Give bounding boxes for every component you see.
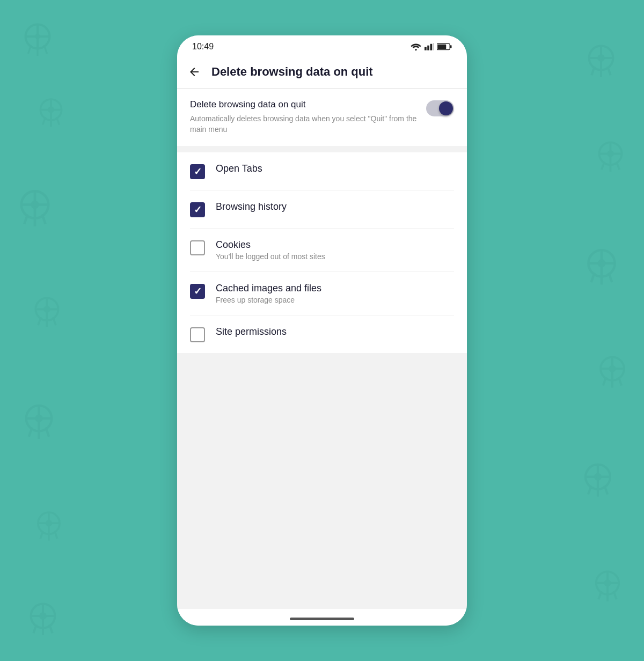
svg-line-53 bbox=[591, 67, 595, 75]
browsing-history-item[interactable]: ✓ Browsing history bbox=[190, 190, 454, 229]
cached-images-title: Cached images and files bbox=[216, 283, 454, 294]
home-indicator bbox=[290, 618, 354, 620]
site-permissions-item[interactable]: Site permissions bbox=[190, 315, 454, 353]
cached-images-checkbox[interactable]: ✓ bbox=[190, 284, 205, 299]
delete-on-quit-toggle[interactable] bbox=[426, 100, 454, 116]
browsing-history-checkmark: ✓ bbox=[194, 205, 202, 215]
svg-rect-93 bbox=[430, 44, 433, 50]
svg-line-62 bbox=[617, 161, 619, 170]
svg-line-18 bbox=[24, 215, 27, 224]
open-tabs-checkbox[interactable]: ✓ bbox=[190, 164, 205, 179]
cached-images-item[interactable]: ✓ Cached images and files Frees up stora… bbox=[190, 272, 454, 315]
browsing-history-label: Browsing history bbox=[216, 201, 454, 214]
bottom-bar bbox=[177, 609, 467, 626]
svg-point-87 bbox=[605, 581, 610, 585]
site-permissions-title: Site permissions bbox=[216, 326, 454, 337]
svg-point-38 bbox=[47, 521, 52, 526]
svg-line-13 bbox=[57, 117, 60, 125]
svg-point-59 bbox=[608, 151, 613, 156]
signal-icon bbox=[425, 42, 434, 51]
content-area: Delete browsing data on quit Automatical… bbox=[177, 89, 467, 609]
status-time: 10:49 bbox=[192, 42, 214, 52]
svg-point-45 bbox=[40, 613, 46, 619]
open-tabs-title: Open Tabs bbox=[216, 163, 454, 174]
svg-line-76 bbox=[619, 377, 621, 386]
svg-line-55 bbox=[608, 67, 611, 75]
browsing-history-title: Browsing history bbox=[216, 201, 454, 212]
svg-line-11 bbox=[43, 117, 46, 125]
page-title: Delete browsing data on quit bbox=[211, 65, 456, 79]
toggle-text-container: Delete browsing data on quit Automatical… bbox=[190, 99, 418, 135]
svg-point-80 bbox=[595, 474, 601, 480]
back-arrow-icon bbox=[188, 65, 201, 78]
svg-point-73 bbox=[610, 366, 614, 371]
toggle-description: Automatically deletes browsing data when… bbox=[190, 113, 418, 135]
svg-point-10 bbox=[49, 107, 53, 112]
svg-line-83 bbox=[604, 486, 608, 494]
site-permissions-label: Site permissions bbox=[216, 326, 454, 339]
svg-line-20 bbox=[42, 215, 46, 224]
svg-rect-92 bbox=[427, 46, 429, 50]
site-permissions-checkbox[interactable] bbox=[190, 327, 205, 342]
cookies-item[interactable]: Cookies You'll be logged out of most sit… bbox=[190, 229, 454, 272]
battery-icon bbox=[437, 43, 452, 50]
svg-point-24 bbox=[45, 307, 49, 312]
svg-point-66 bbox=[599, 261, 605, 267]
open-tabs-label: Open Tabs bbox=[216, 163, 454, 176]
checkbox-section: ✓ Open Tabs ✓ Browsing history bbox=[177, 152, 467, 353]
browsing-history-checkbox[interactable]: ✓ bbox=[190, 202, 205, 217]
svg-line-88 bbox=[598, 591, 601, 599]
svg-line-67 bbox=[591, 273, 595, 282]
svg-rect-97 bbox=[437, 45, 446, 49]
header: Delete browsing data on quit bbox=[177, 56, 467, 89]
svg-rect-96 bbox=[450, 45, 452, 48]
svg-point-17 bbox=[32, 202, 38, 208]
status-bar: 10:49 bbox=[177, 35, 467, 56]
wifi-icon bbox=[410, 42, 422, 51]
svg-line-41 bbox=[55, 531, 57, 539]
cookies-checkbox[interactable] bbox=[190, 240, 205, 255]
status-icons bbox=[410, 42, 452, 51]
svg-line-25 bbox=[38, 317, 41, 325]
svg-point-3 bbox=[35, 34, 40, 39]
back-button[interactable] bbox=[186, 63, 203, 80]
svg-line-39 bbox=[40, 531, 43, 539]
svg-line-81 bbox=[588, 486, 591, 494]
cached-images-label: Cached images and files Frees up storage… bbox=[216, 283, 454, 304]
toggle-thumb bbox=[439, 101, 453, 115]
cached-images-desc: Frees up storage space bbox=[216, 296, 454, 304]
delete-on-quit-toggle-section: Delete browsing data on quit Automatical… bbox=[177, 89, 467, 146]
svg-line-32 bbox=[29, 428, 32, 437]
svg-line-60 bbox=[602, 161, 604, 170]
cookies-label: Cookies You'll be logged out of most sit… bbox=[216, 239, 454, 261]
phone-frame: 10:49 bbox=[177, 35, 467, 626]
svg-line-90 bbox=[613, 591, 616, 599]
svg-rect-94 bbox=[433, 43, 434, 50]
svg-line-48 bbox=[49, 625, 53, 633]
svg-line-34 bbox=[46, 428, 49, 437]
svg-rect-91 bbox=[425, 47, 427, 50]
cookies-desc: You'll be logged out of most sites bbox=[216, 252, 454, 261]
open-tabs-item[interactable]: ✓ Open Tabs bbox=[190, 152, 454, 190]
toggle-title: Delete browsing data on quit bbox=[190, 99, 418, 110]
svg-line-27 bbox=[53, 317, 56, 325]
svg-line-74 bbox=[603, 377, 606, 386]
svg-point-31 bbox=[36, 416, 41, 421]
cookies-title: Cookies bbox=[216, 239, 454, 251]
open-tabs-checkmark: ✓ bbox=[194, 167, 202, 177]
svg-point-52 bbox=[598, 55, 604, 61]
svg-line-69 bbox=[609, 273, 612, 282]
cached-images-checkmark: ✓ bbox=[194, 287, 202, 296]
svg-line-46 bbox=[33, 625, 36, 633]
